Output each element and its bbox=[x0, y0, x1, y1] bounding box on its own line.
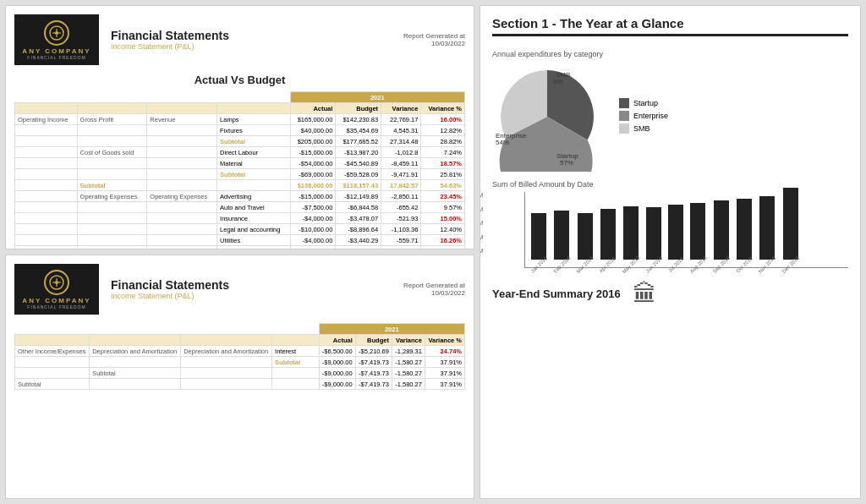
svg-point-3 bbox=[55, 31, 58, 35]
pie-chart-area: SMB 9% Enterprise 54% Startup 57% Startu… bbox=[492, 62, 848, 172]
company-tagline-2: FINANCIAL FREEDOM bbox=[27, 304, 85, 310]
legend-startup: Startup bbox=[619, 98, 668, 108]
col-variance: Variance bbox=[381, 103, 421, 114]
table-row: Subtotal bbox=[15, 379, 90, 390]
page-1-header: ANY COMPANY FINANCIAL FREEDOM Financial … bbox=[14, 14, 465, 65]
bar-column: Mar 2016 bbox=[574, 213, 595, 267]
svg-text:9%: 9% bbox=[553, 78, 563, 85]
bar-rect bbox=[783, 188, 798, 260]
pie-chart: SMB 9% Enterprise 54% Startup 57% bbox=[492, 62, 602, 172]
y-label-2: $2.00M bbox=[480, 206, 483, 212]
financial-table-1: 2021 Actual Budget Variance Variance % O… bbox=[14, 91, 465, 249]
bank-icon: 🏛 bbox=[633, 280, 656, 308]
table-row bbox=[15, 191, 78, 202]
smb-label: SMB bbox=[633, 124, 650, 133]
financial-table-2: 2021 Actual Budget Variance Variance % O… bbox=[14, 323, 465, 390]
table-row bbox=[15, 125, 78, 136]
page-1-title-block: Financial Statements Income Statement (P… bbox=[111, 29, 392, 51]
y-label-4: $1.00M bbox=[480, 234, 483, 240]
report-date-value-1: 10/03/2022 bbox=[403, 40, 465, 47]
income-statement-label-1: Income Statement (P&L) bbox=[111, 42, 392, 51]
bar-rect bbox=[623, 206, 639, 260]
bar-rect bbox=[531, 213, 546, 260]
bar-column: Jul 2016 bbox=[666, 205, 686, 267]
left-panel: ANY COMPANY FINANCIAL FREEDOM Financial … bbox=[5, 5, 474, 499]
financial-statements-title-1: Financial Statements bbox=[111, 29, 392, 42]
bar-rect bbox=[759, 196, 775, 260]
bar-rect bbox=[578, 213, 593, 260]
bar-rect bbox=[600, 209, 616, 260]
report-date-label-1: Report Generated at bbox=[403, 32, 465, 40]
table-row bbox=[15, 158, 78, 169]
y-labels: $2.50M $2.00M $1.50M $1.00M $0.50M $0.0M bbox=[480, 192, 483, 268]
legend-enterprise: Enterprise bbox=[619, 111, 668, 121]
table-row bbox=[15, 357, 90, 368]
section-title: Section 1 - The Year at a Glance bbox=[492, 16, 848, 36]
table-row bbox=[15, 169, 78, 180]
y-label-1: $2.50M bbox=[480, 192, 483, 198]
table-title-1: Actual Vs Budget bbox=[14, 74, 465, 86]
bar-column: Feb 2016 bbox=[551, 211, 573, 267]
bar-column: Aug 2016 bbox=[688, 203, 710, 267]
table-row bbox=[15, 202, 78, 213]
legend-smb: SMB bbox=[619, 123, 668, 134]
col-actual: Actual bbox=[290, 103, 336, 114]
col-variance-pct: Variance % bbox=[421, 103, 465, 114]
bar-rect bbox=[737, 199, 752, 260]
bar-column: Dec 2016 bbox=[780, 188, 802, 267]
bar-column: Jun 2016 bbox=[644, 207, 665, 267]
startup-swatch bbox=[619, 98, 629, 108]
table-row bbox=[15, 235, 78, 246]
bar-rect bbox=[690, 203, 705, 260]
bar-chart: Jan 2016 Feb 2016 Mar 2016 Apr 2016 May … bbox=[524, 192, 848, 268]
svg-text:57%: 57% bbox=[560, 159, 573, 167]
y-label-6: $0.0M bbox=[480, 262, 483, 268]
year-end-section: Year-End Summary 2016 🏛 bbox=[492, 280, 848, 308]
table-row: Other Income/Expenses bbox=[15, 346, 90, 357]
table-row bbox=[15, 136, 78, 147]
smb-swatch bbox=[619, 123, 629, 134]
company-tagline-1: FINANCIAL FREEDOM bbox=[27, 55, 85, 60]
income-statement-label-2: Income Statement (P&L) bbox=[111, 292, 392, 300]
col-cat2 bbox=[77, 103, 147, 114]
bar-rect bbox=[714, 200, 729, 260]
enterprise-label: Enterprise bbox=[633, 112, 668, 120]
page-2-title-block: Financial Statements Income Statement (P… bbox=[111, 278, 392, 300]
year-header-2: 2021 bbox=[319, 324, 465, 335]
enterprise-swatch bbox=[619, 111, 629, 121]
page-2-header: ANY COMPANY FINANCIAL FREEDOM Financial … bbox=[14, 264, 465, 315]
right-panel: Section 1 - The Year at a Glance Annual … bbox=[480, 5, 861, 499]
pie-section: Annual expenditures by category SMB bbox=[492, 50, 848, 172]
report-date-value-2: 10/03/2022 bbox=[403, 289, 465, 297]
table-row: Operating Income bbox=[15, 114, 78, 125]
page-1-card: ANY COMPANY FINANCIAL FREEDOM Financial … bbox=[5, 5, 474, 249]
bar-column: Apr 2016 bbox=[597, 209, 617, 267]
logo-circle bbox=[44, 20, 69, 46]
company-name-1: ANY COMPANY bbox=[22, 47, 90, 55]
report-date-label-2: Report Generated at bbox=[403, 282, 465, 289]
bar-column: Nov 2016 bbox=[756, 196, 778, 267]
logo-2: ANY COMPANY FINANCIAL FREEDOM bbox=[14, 264, 99, 315]
pie-legend: Startup Enterprise SMB bbox=[619, 98, 668, 136]
y-label-5: $0.50M bbox=[480, 248, 483, 254]
bar-rect bbox=[646, 207, 661, 260]
year-header-1: 2021 bbox=[290, 92, 464, 103]
col-item bbox=[217, 103, 290, 114]
bar-column: May 2016 bbox=[620, 206, 642, 267]
table-row bbox=[15, 224, 78, 235]
logo: ANY COMPANY FINANCIAL FREEDOM bbox=[14, 14, 99, 65]
col-cat1 bbox=[15, 103, 78, 114]
bar-rect bbox=[668, 205, 683, 260]
report-date-1: Report Generated at 10/03/2022 bbox=[403, 32, 465, 47]
y-label-3: $1.50M bbox=[480, 220, 483, 226]
bar-chart-outer: $2.50M $2.00M $1.50M $1.00M $0.50M $0.0M… bbox=[492, 192, 848, 268]
table-row bbox=[15, 180, 78, 191]
bar-column: Oct 2016 bbox=[734, 199, 754, 267]
table-row bbox=[15, 368, 90, 379]
table-row bbox=[15, 246, 78, 250]
startup-label: Startup bbox=[633, 99, 658, 107]
col-budget: Budget bbox=[336, 103, 381, 114]
svg-point-7 bbox=[55, 281, 58, 284]
page-2-card: ANY COMPANY FINANCIAL FREEDOM Financial … bbox=[5, 255, 474, 499]
company-name-2: ANY COMPANY bbox=[22, 297, 90, 304]
